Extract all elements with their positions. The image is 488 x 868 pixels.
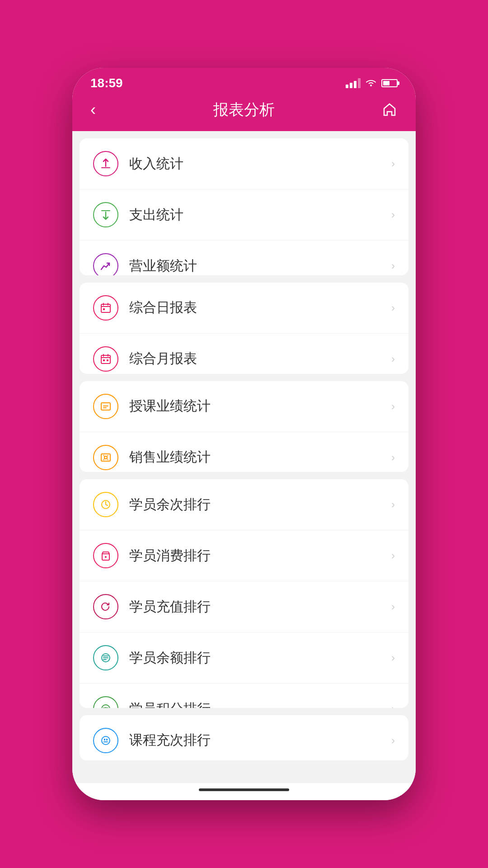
consumption-icon (93, 543, 118, 568)
revenue-label: 营业额统计 (129, 257, 391, 275)
home-indicator (199, 788, 289, 791)
svg-rect-0 (101, 167, 110, 168)
sales-arrow: › (391, 451, 395, 464)
income-label: 收入统计 (129, 155, 391, 173)
list-item-income[interactable]: 收入统计 › (80, 138, 408, 189)
daily-label: 综合日报表 (129, 298, 391, 317)
list-item-points[interactable]: 学员积分排行 › (80, 684, 408, 708)
status-bar: 18:59 (72, 68, 416, 95)
consumption-arrow: › (391, 549, 395, 562)
monthly-label: 综合月报表 (129, 349, 391, 368)
svg-rect-8 (101, 454, 110, 461)
battery-icon (381, 79, 398, 87)
back-button[interactable]: ‹ (90, 100, 113, 119)
list-item-monthly[interactable]: 综合月报表 › (80, 334, 408, 374)
remaining-arrow: › (391, 498, 395, 511)
daily-arrow: › (391, 302, 395, 314)
remaining-icon (93, 492, 118, 517)
list-item-balance[interactable]: 学员余额排行 › (80, 632, 408, 684)
teaching-label: 授课业绩统计 (129, 397, 391, 415)
balance-arrow: › (391, 651, 395, 664)
sales-icon (93, 445, 118, 470)
remaining-label: 学员余次排行 (129, 495, 391, 514)
expense-arrow: › (391, 208, 395, 221)
bottom-spacer (72, 768, 416, 776)
svg-rect-6 (107, 359, 108, 361)
recharge-label: 学员充值排行 (129, 598, 391, 616)
card-group-3: 授课业绩统计 › 销售业绩统计 › (80, 381, 408, 472)
course-recharge-arrow: › (391, 734, 395, 747)
income-arrow: › (391, 157, 395, 170)
list-item-teaching[interactable]: 授课业绩统计 › (80, 381, 408, 432)
home-button[interactable] (375, 102, 398, 118)
card-group-2: 综合日报表 › 综合月报表 › (80, 283, 408, 374)
svg-point-9 (104, 456, 107, 459)
card-group-1: 收入统计 › 支出统计 › (80, 138, 408, 275)
svg-point-16 (102, 736, 110, 745)
status-icons (346, 77, 398, 90)
svg-rect-5 (103, 359, 105, 361)
card-group-5: 课程充次排行 › (80, 715, 408, 760)
recharge-arrow: › (391, 600, 395, 613)
list-item-revenue[interactable]: 营业额统计 › (80, 241, 408, 275)
expense-icon (93, 202, 118, 227)
points-arrow: › (391, 703, 395, 708)
consumption-label: 学员消费排行 (129, 547, 391, 565)
teaching-icon (93, 394, 118, 419)
list-item-sales[interactable]: 销售业绩统计 › (80, 432, 408, 472)
daily-icon (93, 295, 118, 321)
list-item-remaining[interactable]: 学员余次排行 › (80, 479, 408, 530)
header: ‹ 报表分析 (72, 95, 416, 131)
wifi-icon (365, 77, 377, 90)
balance-label: 学员余额排行 (129, 649, 391, 667)
list-item-daily[interactable]: 综合日报表 › (80, 283, 408, 334)
svg-rect-3 (103, 308, 105, 310)
sales-label: 销售业绩统计 (129, 448, 391, 467)
svg-rect-1 (101, 210, 110, 211)
svg-point-12 (105, 556, 107, 558)
revenue-arrow: › (391, 259, 395, 272)
recharge-icon (93, 594, 118, 619)
balance-icon (93, 645, 118, 670)
phone-frame: 18:59 ‹ 报表分析 (72, 68, 416, 800)
list-item-consumption[interactable]: 学员消费排行 › (80, 530, 408, 581)
svg-rect-4 (101, 355, 110, 363)
teaching-arrow: › (391, 400, 395, 413)
card-group-4: 学员余次排行 › 学员消费排行 › (80, 479, 408, 708)
income-icon (93, 151, 118, 176)
status-time: 18:59 (90, 76, 123, 90)
course-recharge-icon (93, 728, 118, 753)
list-item-recharge[interactable]: 学员充值排行 › (80, 581, 408, 632)
signal-icon (346, 78, 361, 88)
points-label: 学员积分排行 (129, 700, 391, 708)
list-item-expense[interactable]: 支出统计 › (80, 189, 408, 241)
monthly-icon (93, 346, 118, 372)
expense-label: 支出统计 (129, 206, 391, 224)
list-item-course-recharge[interactable]: 课程充次排行 › (80, 715, 408, 760)
svg-rect-2 (101, 304, 110, 312)
points-icon (93, 696, 118, 708)
page-title: 报表分析 (113, 99, 375, 120)
revenue-icon (93, 253, 118, 275)
content-area: 收入统计 › 支出统计 › (72, 131, 416, 783)
home-bar (72, 783, 416, 800)
monthly-arrow: › (391, 353, 395, 365)
course-recharge-label: 课程充次排行 (129, 731, 391, 750)
